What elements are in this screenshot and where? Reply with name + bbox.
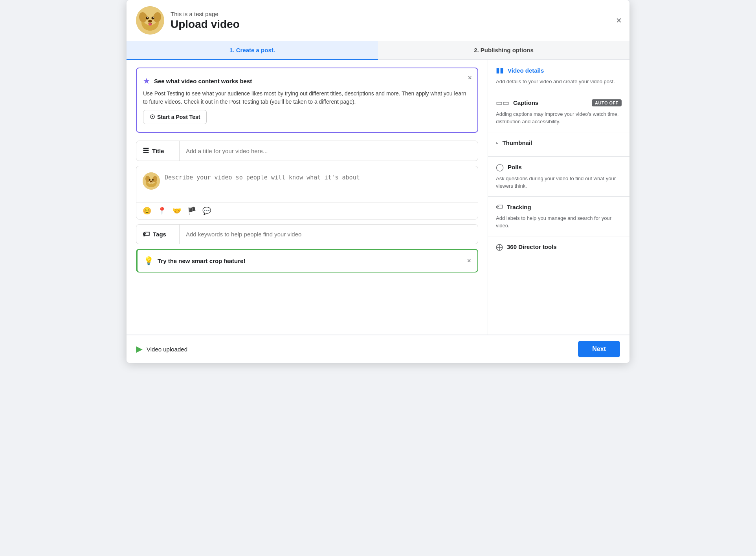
- svg-point-16: [149, 179, 150, 181]
- description-area: 😊 📍 🤝 🏴 💬: [136, 166, 478, 219]
- smart-banner-title: Try the new smart crop feature!: [158, 258, 245, 264]
- emoji-icon[interactable]: 😊: [143, 207, 151, 215]
- svg-point-5: [146, 17, 149, 20]
- svg-point-18: [150, 181, 152, 182]
- thumbnail-section[interactable]: ▫ Thumbnail: [488, 132, 629, 157]
- banner-close-button[interactable]: ×: [468, 74, 472, 82]
- steps-bar: 1. Create a post. 2. Publishing options: [127, 41, 629, 60]
- location-icon[interactable]: 📍: [158, 207, 166, 215]
- tracking-icon: 🏷: [496, 203, 503, 211]
- video-details-icon: ▮▮: [496, 66, 504, 75]
- banner-title: See what video content works best: [154, 78, 252, 84]
- polls-desc: Ask questions during your video to find …: [496, 175, 622, 190]
- header-title: Upload video: [171, 18, 620, 31]
- director-tools-title: 360 Director tools: [507, 243, 557, 250]
- tracking-header: 🏷 Tracking: [496, 203, 622, 211]
- smart-icon: 💡: [144, 256, 154, 265]
- svg-point-7: [147, 17, 148, 18]
- banner-body: Use Post Testing to see what your audien…: [143, 90, 470, 106]
- upload-success-icon: ▶: [136, 344, 143, 354]
- upload-status-text: Video uploaded: [147, 346, 187, 353]
- smart-banner-close-button[interactable]: ×: [467, 257, 471, 265]
- thumbnail-header: ▫ Thumbnail: [496, 139, 622, 147]
- messenger-icon[interactable]: 💬: [202, 207, 211, 215]
- tracking-title: Tracking: [507, 204, 531, 210]
- captions-title: Captions: [513, 99, 538, 106]
- captions-icon: ▭▭: [496, 99, 509, 107]
- tags-input[interactable]: [180, 225, 478, 243]
- start-post-test-button[interactable]: ☉ Start a Post Test: [143, 110, 207, 124]
- left-panel: × ★ See what video content works best Us…: [127, 60, 488, 335]
- captions-desc: Adding captions may improve your video's…: [496, 110, 622, 126]
- banner-header: ★ See what video content works best: [143, 76, 470, 86]
- next-button[interactable]: Next: [578, 341, 620, 357]
- polls-section[interactable]: ◯ Polls Ask questions during your video …: [488, 157, 629, 197]
- header-subtitle: This is a test page: [171, 11, 620, 17]
- director-tools-icon: ⨁: [496, 243, 503, 251]
- captions-row: ▭▭ Captions AUTO OFF: [496, 99, 622, 107]
- step-create-post[interactable]: 1. Create a post.: [127, 41, 378, 60]
- tags-icon: 🏷: [143, 230, 150, 238]
- video-details-desc: Add details to your video and create you…: [496, 78, 622, 86]
- start-post-test-label: Start a Post Test: [157, 114, 200, 120]
- star-icon: ★: [143, 76, 150, 86]
- svg-point-17: [152, 179, 154, 181]
- captions-section[interactable]: ▭▭ Captions AUTO OFF Adding captions may…: [488, 92, 629, 132]
- thumbnail-title: Thumbnail: [502, 139, 532, 146]
- video-details-section: ▮▮ Video details Add details to your vid…: [488, 60, 629, 92]
- title-input[interactable]: [180, 142, 478, 160]
- post-test-banner: × ★ See what video content works best Us…: [136, 68, 478, 133]
- description-input[interactable]: [165, 172, 472, 196]
- svg-point-6: [152, 17, 154, 20]
- video-details-title: Video details: [508, 67, 544, 74]
- tracking-section[interactable]: 🏷 Tracking Add labels to help you manage…: [488, 197, 629, 236]
- right-panel: ▮▮ Video details Add details to your vid…: [488, 60, 629, 335]
- title-icon: ☰: [143, 146, 149, 155]
- svg-point-8: [153, 17, 154, 18]
- polls-title: Polls: [508, 164, 522, 170]
- footer-left: ▶ Video uploaded: [136, 344, 187, 354]
- desc-toolbar: 😊 📍 🤝 🏴 💬: [136, 202, 478, 219]
- modal-footer: ▶ Video uploaded Next: [127, 335, 629, 363]
- director-tools-section[interactable]: ⨁ 360 Director tools: [488, 236, 629, 261]
- smart-banner-left: 💡 Try the new smart crop feature!: [144, 256, 245, 265]
- modal-close-button[interactable]: ×: [616, 15, 622, 26]
- auto-off-badge: AUTO OFF: [592, 99, 622, 106]
- external-link-icon: ☉: [150, 113, 155, 121]
- tracking-desc: Add labels to help you manage and search…: [496, 214, 622, 230]
- tags-field-label: 🏷 Tags: [136, 225, 180, 244]
- desc-avatar: [143, 172, 160, 190]
- header-text: This is a test page Upload video: [171, 11, 620, 31]
- flag-icon[interactable]: 🏴: [187, 207, 196, 215]
- modal-header: This is a test page Upload video ×: [127, 0, 629, 41]
- polls-icon: ◯: [496, 163, 504, 172]
- thumbnail-icon: ▫: [496, 139, 498, 147]
- director-tools-header: ⨁ 360 Director tools: [496, 243, 622, 251]
- title-field-label: ☰ Title: [136, 141, 180, 161]
- desc-top: [136, 166, 478, 202]
- captions-header: ▭▭ Captions: [496, 99, 538, 107]
- tags-row: 🏷 Tags: [136, 224, 478, 244]
- svg-point-10: [149, 23, 152, 26]
- main-content: × ★ See what video content works best Us…: [127, 60, 629, 335]
- step-publishing-options[interactable]: 2. Publishing options: [378, 41, 629, 59]
- svg-point-9: [148, 20, 152, 23]
- title-field-row: ☰ Title: [136, 141, 478, 161]
- smart-crop-banner: 💡 Try the new smart crop feature! ×: [136, 249, 478, 273]
- page-avatar: [136, 6, 164, 35]
- video-details-header: ▮▮ Video details: [496, 66, 622, 75]
- upload-video-modal: This is a test page Upload video × 1. Cr…: [127, 0, 629, 363]
- polls-header: ◯ Polls: [496, 163, 622, 172]
- handshake-icon[interactable]: 🤝: [172, 207, 181, 215]
